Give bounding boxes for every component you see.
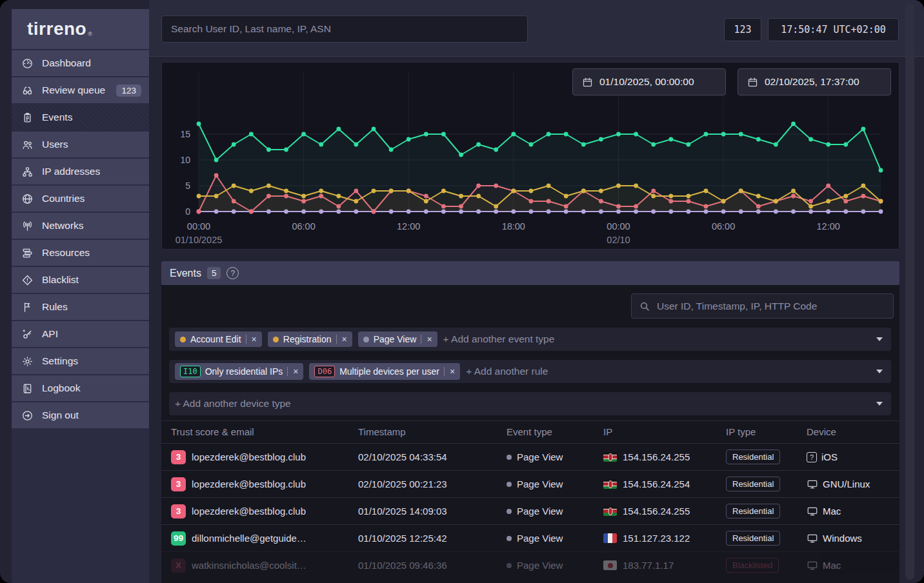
- country-flag-icon: [603, 479, 617, 489]
- column-header-device[interactable]: Device: [807, 426, 899, 437]
- ip-cell: 183.77.1.17: [603, 560, 726, 571]
- ip-type-cell: Residential: [726, 450, 807, 464]
- remove-chip-icon[interactable]: ×: [287, 367, 298, 376]
- unknown-device-icon: ?: [807, 452, 817, 462]
- clipboard-icon: [21, 112, 34, 124]
- chevron-down-icon[interactable]: [876, 402, 883, 406]
- events-title: Events: [170, 268, 201, 279]
- column-header-trust-score-email[interactable]: Trust score & email: [171, 426, 358, 437]
- monitor-icon: [807, 560, 818, 571]
- ip-type-cell: Residential: [726, 504, 807, 519]
- user-email: watkinsnicholas@coolsit…: [192, 560, 306, 571]
- add-device-type-label[interactable]: + Add another device type: [175, 398, 291, 410]
- chevron-down-icon[interactable]: [876, 370, 883, 373]
- sidebar-item-blacklist[interactable]: Blacklist: [12, 267, 149, 293]
- trust-score-badge: 3: [171, 450, 186, 464]
- binoculars-icon: [21, 84, 34, 97]
- event-type-dot: [507, 455, 512, 460]
- rule-chip-i10[interactable]: I10 Only residential IPs ×: [175, 363, 303, 380]
- gear-icon: [21, 355, 34, 368]
- event-type-cell: Page View: [507, 560, 603, 571]
- event-type-filter-dropdown[interactable]: Account Edit × Registration × Page View …: [169, 328, 891, 351]
- table-row[interactable]: X watkinsnicholas@coolsit… 01/10/2025 09…: [161, 551, 899, 578]
- timestamp-cell: 02/10/2025 04:33:54: [358, 451, 507, 462]
- remove-chip-icon[interactable]: ×: [246, 335, 257, 344]
- remove-chip-icon[interactable]: ×: [336, 335, 347, 344]
- review-queue-counter[interactable]: 123: [724, 18, 761, 41]
- event-type-dot: [507, 536, 512, 541]
- blacklist-icon: [21, 274, 34, 286]
- add-rule-label[interactable]: + Add another rule: [466, 366, 548, 377]
- logo-text: tirreno: [27, 19, 86, 39]
- help-icon[interactable]: ?: [226, 267, 239, 279]
- rule-filter-dropdown[interactable]: I10 Only residential IPs × D06 Multiple …: [169, 360, 891, 383]
- ip-type-chip: Residential: [726, 477, 780, 491]
- device-type-filter-dropdown[interactable]: + Add another device type: [169, 392, 891, 415]
- events-search-input[interactable]: [656, 300, 885, 313]
- sidebar-item-label: Review queue: [42, 84, 116, 96]
- sidebar-item-resources[interactable]: Resources: [12, 240, 149, 266]
- svg-text:18:00: 18:00: [502, 221, 525, 232]
- rule-code-badge: I10: [180, 366, 201, 377]
- add-event-type-label[interactable]: + Add another event type: [443, 333, 555, 345]
- table-row[interactable]: 3 lopezderek@bestblog.club 02/10/2025 04…: [161, 443, 899, 470]
- sidebar-item-logbook[interactable]: Logbook: [12, 375, 149, 401]
- ip-cell: 154.156.24.255: [603, 506, 726, 517]
- sidebar-item-networks[interactable]: Networks: [12, 213, 149, 239]
- sidebar-item-users[interactable]: Users: [12, 132, 149, 157]
- ip-address: 183.77.1.17: [623, 560, 674, 571]
- events-table-header: Trust score & emailTimestampEvent typeIP…: [161, 420, 899, 443]
- sidebar-item-events[interactable]: Events: [12, 104, 149, 130]
- event-type-chip-registration[interactable]: Registration ×: [268, 331, 352, 347]
- global-search-input[interactable]: [161, 15, 528, 43]
- trust-score-email-cell: 3 lopezderek@bestblog.club: [171, 477, 358, 491]
- table-row[interactable]: 3 lopezderek@bestblog.club 02/10/2025 00…: [161, 470, 899, 497]
- svg-text:01/10/2025: 01/10/2025: [176, 235, 223, 245]
- sidebar-item-label: Networks: [42, 220, 141, 232]
- ip-address: 154.156.24.254: [623, 479, 690, 489]
- event-type-dot: [507, 509, 512, 514]
- sidebar-item-sign-out[interactable]: Sign out: [12, 402, 149, 428]
- search-icon: [639, 301, 650, 311]
- sidebar-item-rules[interactable]: Rules: [12, 294, 149, 320]
- ip-type-cell: Residential: [726, 531, 807, 546]
- device-name: Windows: [823, 533, 862, 544]
- chevron-down-icon[interactable]: [876, 337, 883, 341]
- scrollbar[interactable]: [905, 3, 914, 580]
- sidebar-item-dashboard[interactable]: Dashboard: [12, 50, 149, 76]
- sidebar-item-api[interactable]: API: [12, 321, 149, 347]
- column-header-ip-type[interactable]: IP type: [726, 426, 807, 437]
- table-row[interactable]: 99 dillonmichelle@getguide… 01/10/2025 1…: [161, 524, 899, 551]
- timestamp-cell: 01/10/2025 09:46:36: [358, 560, 507, 571]
- sidebar-item-review-queue[interactable]: Review queue 123: [12, 77, 149, 103]
- sidebar-item-ip-addresses[interactable]: IP addresses: [12, 159, 149, 184]
- date-range-start-input[interactable]: 01/10/2025, 00:00:00: [572, 68, 726, 95]
- event-type-cell: Page View: [507, 506, 603, 517]
- device-name: GNU/Linux: [823, 479, 870, 489]
- user-email: lopezderek@bestblog.club: [192, 479, 306, 489]
- column-header-ip[interactable]: IP: [603, 426, 726, 437]
- ip-cell: 151.127.23.122: [603, 533, 726, 544]
- ip-type-cell: Residential: [726, 477, 807, 491]
- globe-icon: [21, 193, 34, 205]
- event-type-chip-account-edit[interactable]: Account Edit ×: [175, 331, 262, 347]
- event-type-cell: Page View: [507, 451, 603, 462]
- device-name: Mac: [823, 506, 841, 517]
- main-area: 123 17:50:47 UTC+02:00 01/10/2025, 00:00…: [149, 0, 924, 583]
- column-header-event-type[interactable]: Event type: [507, 426, 603, 437]
- column-header-timestamp[interactable]: Timestamp: [358, 426, 507, 437]
- app-logo[interactable]: tirreno ®: [12, 9, 149, 49]
- sidebar-item-label: Resources: [42, 247, 141, 259]
- event-type-dot: [507, 563, 512, 568]
- sidebar-item-label: Dashboard: [42, 57, 141, 69]
- table-row[interactable]: 3 lopezderek@bestblog.club 01/10/2025 14…: [161, 497, 899, 524]
- sidebar-item-settings[interactable]: Settings: [12, 348, 149, 374]
- date-range-end-input[interactable]: 02/10/2025, 17:37:00: [738, 68, 891, 95]
- remove-chip-icon[interactable]: ×: [444, 367, 455, 376]
- svg-text:06:00: 06:00: [712, 221, 735, 232]
- remove-chip-icon[interactable]: ×: [421, 335, 432, 344]
- rule-chip-d06[interactable]: D06 Multiple devices per user ×: [309, 363, 460, 380]
- sidebar-item-countries[interactable]: Countries: [12, 186, 149, 212]
- event-type-chip-page-view[interactable]: Page View ×: [358, 331, 437, 347]
- svg-text:00:00: 00:00: [187, 221, 210, 232]
